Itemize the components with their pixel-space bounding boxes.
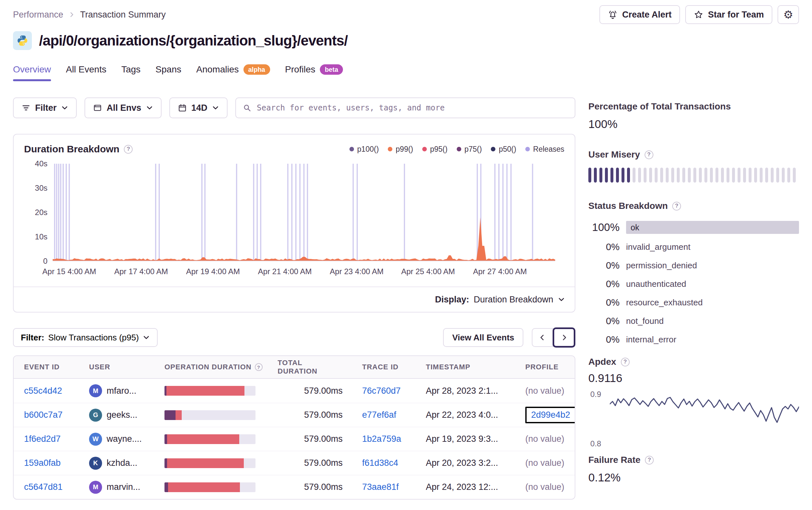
misery-bar-segment	[621, 168, 625, 183]
help-icon[interactable]	[124, 145, 133, 154]
duration-chart: 40s30s20s10s0	[13, 155, 575, 261]
legend-item[interactable]: p99()	[388, 145, 413, 154]
settings-button[interactable]: ⚙	[778, 5, 799, 24]
trace-id-link[interactable]: 73aae81f	[362, 482, 399, 492]
chart-y-axis: 40s30s20s10s0	[13, 164, 53, 261]
status-name: permission_denied	[626, 261, 799, 271]
search-input[interactable]	[257, 103, 568, 112]
misery-bar-segment	[743, 168, 746, 183]
filter-dropdown[interactable]: Filter	[13, 97, 77, 118]
profile-no-value: (no value)	[525, 482, 564, 492]
chart-x-axis: Apr 15 4:00 AMApr 17 4:00 AMApr 19 4:00 …	[53, 265, 555, 277]
calendar-icon	[178, 103, 187, 112]
tab-anomalies[interactable]: Anomaliesalpha	[196, 64, 270, 81]
legend-item[interactable]: p50()	[491, 145, 516, 154]
gear-icon: ⚙	[783, 9, 793, 20]
event-id-link[interactable]: 159a0fab	[24, 458, 61, 468]
misery-bar-segment	[737, 168, 741, 183]
trace-id-cell: 1b2a759a	[362, 434, 426, 444]
tab-label: Spans	[155, 64, 181, 75]
duration-bar	[165, 458, 256, 468]
event-id-link[interactable]: c55c4d42	[24, 386, 62, 396]
next-page-button[interactable]	[553, 327, 575, 348]
tab-label: Tags	[121, 64, 140, 75]
user-cell: Ggeeks...	[89, 409, 165, 422]
pct-total-value: 100%	[588, 118, 799, 130]
misery-bar-segment	[787, 168, 790, 183]
help-icon[interactable]	[645, 150, 654, 159]
misery-bar-segment	[677, 168, 680, 183]
transactions-filter-dropdown[interactable]: Filter: Slow Transactions (p95)	[13, 328, 158, 347]
misery-bar-segment	[749, 168, 752, 183]
misery-bar-segment	[594, 168, 597, 183]
trace-id-cell: e77ef6af	[362, 410, 426, 420]
event-id-link[interactable]: c5647d81	[24, 482, 63, 492]
display-value[interactable]: Duration Breakdown	[474, 295, 553, 305]
star-for-team-button[interactable]: Star for Team	[685, 5, 772, 24]
misery-bar-segment	[693, 168, 696, 183]
x-tick-label: Apr 27 4:00 AM	[473, 267, 527, 276]
legend-item[interactable]: Releases	[525, 145, 564, 154]
transactions-filter-value: Slow Transactions (p95)	[48, 333, 139, 343]
misery-bar-segment	[588, 168, 591, 183]
table-row: 159a0fabKkzhda...579.00msf61d38c4Apr 20,…	[13, 451, 575, 475]
breadcrumb-performance[interactable]: Performance	[13, 10, 63, 20]
trace-id-cell: 76c760d7	[362, 386, 426, 396]
status-percent: 0%	[588, 297, 619, 308]
help-icon[interactable]	[621, 358, 630, 366]
misery-bar-segment	[710, 168, 713, 183]
legend-item[interactable]: p100()	[349, 145, 379, 154]
trace-id-link[interactable]: f61d38c4	[362, 458, 398, 468]
event-id-link[interactable]: b600c7a7	[24, 410, 63, 420]
view-all-events-button[interactable]: View All Events	[443, 328, 523, 347]
legend-item[interactable]: p95()	[422, 145, 447, 154]
avatar: W	[89, 433, 102, 446]
chevron-down-icon[interactable]	[558, 296, 565, 303]
legend-item[interactable]: p75()	[457, 145, 482, 154]
status-row: 100%ok	[588, 221, 799, 234]
profile-cell: (no value)	[525, 434, 571, 444]
operation-duration-cell	[165, 434, 278, 444]
date-range-dropdown[interactable]: 14D	[169, 97, 228, 118]
status-name: resource_exhausted	[626, 298, 799, 308]
trace-id-link[interactable]: 1b2a759a	[362, 434, 401, 444]
user-misery-heading: User Misery	[588, 149, 799, 160]
apdex-chart: 0.9 0.8	[588, 390, 799, 447]
tab-spans[interactable]: Spans	[155, 64, 181, 81]
column-header-trace-id: TRACE ID	[362, 363, 426, 371]
trace-id-link[interactable]: e77ef6af	[362, 410, 396, 420]
user-cell: Wwayne....	[89, 433, 165, 446]
avatar: M	[89, 481, 102, 494]
tab-tags[interactable]: Tags	[121, 64, 140, 81]
help-icon[interactable]	[645, 456, 654, 464]
apdex-sparkline-svg	[610, 391, 799, 446]
legend-dot	[457, 147, 461, 151]
user-name: marvin...	[107, 482, 140, 492]
misery-bar-segment	[754, 168, 757, 183]
filter-icon	[22, 103, 31, 112]
tab-all-events[interactable]: All Events	[66, 64, 107, 81]
timestamp-cell: Apr 19, 2023 9:3...	[426, 434, 525, 444]
event-id-cell: b600c7a7	[24, 410, 89, 420]
status-percent: 0%	[588, 242, 619, 252]
profile-link[interactable]: 2d99e4b2	[531, 410, 570, 420]
environment-dropdown[interactable]: All Envs	[85, 97, 162, 118]
title-row: /api/0/organizations/{organization_slug}…	[0, 24, 812, 50]
help-icon[interactable]	[672, 202, 681, 210]
create-alert-button[interactable]: Create Alert	[600, 5, 680, 24]
previous-page-button[interactable]	[532, 328, 553, 347]
help-icon[interactable]	[255, 363, 263, 371]
chart-plot-area[interactable]	[53, 164, 555, 261]
user-name: geeks...	[107, 410, 138, 420]
user-cell: Mmfaro...	[89, 384, 165, 397]
events-table-header: EVENT ID USER OPERATION DURATION TOTAL D…	[13, 356, 575, 379]
tab-overview[interactable]: Overview	[13, 64, 51, 81]
tab-profiles[interactable]: Profilesbeta	[285, 64, 343, 81]
misery-bar-segment	[660, 168, 663, 183]
duration-bar-segment	[165, 410, 176, 420]
user-name: mfaro...	[107, 386, 137, 396]
chevron-right-icon	[560, 334, 568, 341]
event-id-link[interactable]: 1f6ed2d7	[24, 434, 61, 444]
trace-id-link[interactable]: 76c760d7	[362, 386, 401, 396]
column-header-profile: PROFILE	[525, 363, 571, 371]
